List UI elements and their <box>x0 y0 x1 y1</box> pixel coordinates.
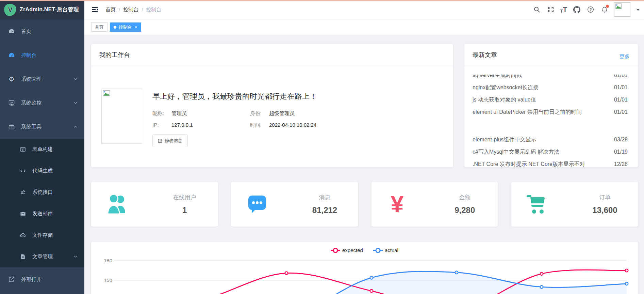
breadcrumb-separator: / <box>119 7 120 13</box>
svg-text:?: ? <box>590 7 592 12</box>
role-field: 身份:超级管理员 <box>250 110 317 117</box>
stat-card-messages[interactable]: 消息 81,212 <box>231 182 358 227</box>
sliders-icon <box>19 189 27 196</box>
article-row[interactable]: sqlserver生成时间戳01/01 <box>473 75 628 81</box>
breadcrumb-current: 控制台 <box>146 6 161 13</box>
article-row[interactable]: js 动态获取对象的 value值01/01 <box>473 94 628 106</box>
articles-title: 最新文章 <box>473 51 497 59</box>
sidebar-collapse-icon[interactable] <box>89 4 101 15</box>
article-row[interactable]: c#写入Mysql中文显示乱码 解决方法01/19 <box>473 146 628 158</box>
breadcrumb-home[interactable]: 首页 <box>105 6 116 13</box>
tag-console[interactable]: 控制台 × <box>110 22 141 32</box>
sidebar-item-label: 系统监控 <box>21 100 42 106</box>
close-icon[interactable]: × <box>135 25 137 30</box>
sidebar-menu: 首页 控制台 ⚙ 系统管理 系统监控 <box>0 19 84 291</box>
article-row[interactable]: element ui DatePicker 禁用当前日之前的时间01/01 <box>473 106 628 118</box>
articles-list: sqlserver生成时间戳01/01 nginx配置websocket长连接0… <box>464 75 638 167</box>
stat-value: 1 <box>166 205 203 215</box>
sidebar-item-article-manage[interactable]: 文章管理 <box>0 246 84 267</box>
page-content: 我的工作台 早上好，管理员，我最珍贵的时光都行走在路上！ 昵称:管理员 <box>84 35 644 294</box>
user-avatar-placeholder <box>101 89 142 144</box>
fullscreen-icon[interactable] <box>546 5 555 14</box>
user-detail-grid: 昵称:管理员 身份:超级管理员 IP:127.0.0.1 时间:2022-04-… <box>152 110 317 128</box>
sidebar-item-form-builder[interactable]: 表单构建 <box>0 139 84 160</box>
tag-home[interactable]: 首页 <box>91 22 108 32</box>
legend-item-actual[interactable]: actual <box>373 247 398 253</box>
sidebar-item-send-mail[interactable]: 发送邮件 <box>0 203 84 225</box>
workbench-title: 我的工作台 <box>99 51 130 59</box>
stat-label: 金额 <box>446 194 483 201</box>
workbench-body: 早上好，管理员，我最珍贵的时光都行走在路上！ 昵称:管理员 身份:超级管理员 I… <box>91 66 453 147</box>
briefcase-icon <box>8 123 15 130</box>
breadcrumb-separator: / <box>142 7 143 13</box>
stat-text: 在线用户 1 <box>166 194 203 215</box>
svg-text:180: 180 <box>104 258 112 263</box>
search-icon[interactable] <box>532 5 541 14</box>
stats-row: 在线用户 1 消息 81,212 ¥ 金额 9,280 <box>91 182 638 227</box>
caret-down-icon[interactable] <box>636 6 640 13</box>
github-icon[interactable] <box>572 5 581 14</box>
bell-icon[interactable] <box>600 5 609 14</box>
article-list-gap <box>473 118 628 134</box>
stat-value: 9,280 <box>446 205 483 215</box>
document-icon <box>19 253 27 261</box>
ip-field: IP:127.0.0.1 <box>152 122 250 128</box>
avatar[interactable] <box>614 2 630 17</box>
more-link[interactable]: 更多 <box>620 53 630 60</box>
legend-marker <box>373 248 383 253</box>
workbench-card: 我的工作台 早上好，管理员，我最珍贵的时光都行走在路上！ 昵称:管理员 <box>91 44 453 167</box>
stat-text: 消息 81,212 <box>306 194 344 215</box>
article-row[interactable]: element-plus组件中文显示03/28 <box>473 134 628 146</box>
sidebar-item-home[interactable]: 首页 <box>0 19 84 43</box>
chart-legend: expected actual <box>91 247 638 253</box>
articles-header: 最新文章 更多 <box>464 44 638 66</box>
stat-label: 消息 <box>306 194 344 201</box>
stat-label: 在线用户 <box>166 194 203 201</box>
stat-card-orders[interactable]: 订单 13,600 <box>511 182 638 227</box>
stat-value: 13,600 <box>586 205 624 215</box>
stat-card-amount[interactable]: ¥ 金额 9,280 <box>371 182 498 227</box>
dashboard-icon <box>8 28 15 35</box>
latest-articles-card: 最新文章 更多 sqlserver生成时间戳01/01 nginx配置webso… <box>464 44 638 167</box>
monitor-icon <box>8 99 15 107</box>
external-link-icon <box>8 276 15 283</box>
main-area: 首页 / 控制台 / 控制台 TT ? <box>84 0 644 294</box>
breadcrumb: 首页 / 控制台 / 控制台 <box>105 6 161 13</box>
tag-label: 控制台 <box>119 24 132 30</box>
edit-info-button[interactable]: 修改信息 <box>152 134 188 147</box>
envelope-icon <box>19 210 27 218</box>
chevron-down-icon <box>73 254 78 260</box>
active-dot <box>114 26 116 29</box>
sidebar-item-system-api[interactable]: 系统接口 <box>0 182 84 203</box>
sidebar-item-system-tools[interactable]: 系统工具 <box>0 115 84 139</box>
article-row[interactable]: nginx配置websocket长连接01/01 <box>473 81 628 94</box>
workbench-header: 我的工作台 <box>91 44 453 66</box>
money-yen-icon: ¥ <box>385 192 410 216</box>
message-icon <box>245 194 269 214</box>
table-icon <box>19 146 27 153</box>
sidebar-item-system-monitor[interactable]: 系统监控 <box>0 91 84 115</box>
sidebar-item-system-manage[interactable]: ⚙ 系统管理 <box>0 67 84 91</box>
chevron-down-icon <box>73 76 78 82</box>
stat-label: 订单 <box>586 194 624 201</box>
sidebar-item-label: 文章管理 <box>32 253 53 260</box>
sidebar-item-external-open[interactable]: 外部打开 <box>0 267 84 291</box>
app-title: ZrAdmin.NET-后台管理 <box>20 6 79 13</box>
help-icon[interactable]: ? <box>586 5 595 14</box>
chevron-down-icon <box>73 100 78 106</box>
shopping-cart-icon <box>525 194 549 214</box>
font-size-icon[interactable]: TT <box>560 6 567 14</box>
top-loading-strip <box>0 0 644 1</box>
navbar-actions: TT ? <box>532 2 640 17</box>
stat-card-online-users[interactable]: 在线用户 1 <box>91 182 218 227</box>
sidebar-item-file-storage[interactable]: 文件存储 <box>0 225 84 246</box>
sidebar-item-label: 首页 <box>21 28 31 35</box>
sidebar-item-code-gen[interactable]: 代码生成 <box>0 160 84 182</box>
sidebar-logo[interactable]: V ZrAdmin.NET-后台管理 <box>0 0 84 19</box>
article-row[interactable]: .NET Core 发布时提示 NET Core版本显示不对12/28 <box>473 158 628 167</box>
sidebar: V ZrAdmin.NET-后台管理 首页 控制台 ⚙ 系统管理 <box>0 0 84 294</box>
breadcrumb-console[interactable]: 控制台 <box>123 6 138 13</box>
legend-item-expected[interactable]: expected <box>331 247 363 253</box>
stat-text: 订单 13,600 <box>586 194 624 215</box>
sidebar-item-console[interactable]: 控制台 <box>0 43 84 67</box>
